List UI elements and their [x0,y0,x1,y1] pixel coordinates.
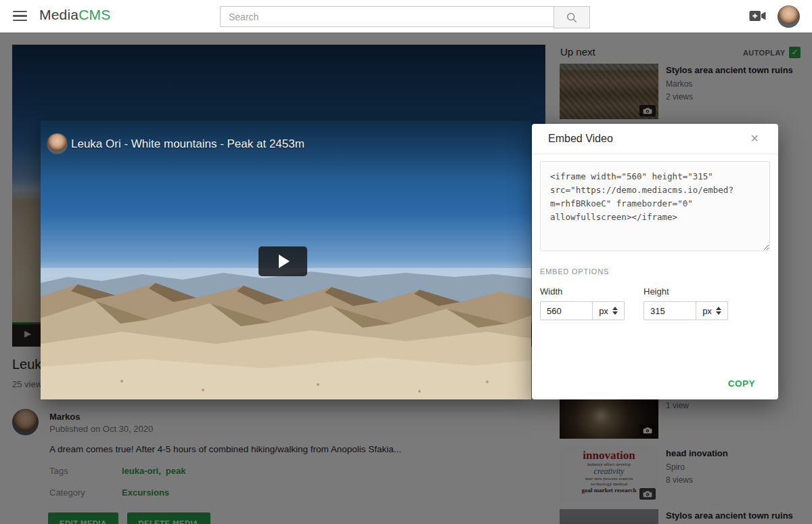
height-unit-value: px [702,306,712,316]
logo[interactable]: MediaCMS [39,7,110,23]
play-icon [279,255,290,268]
width-input[interactable] [540,301,593,320]
upload-media-button[interactable] [749,10,766,24]
dimension-controls: Width px Height px [540,286,770,320]
modal-header: Embed Video ✕ [532,124,778,154]
embed-video-modal: Embed Video ✕ <iframe width="560" height… [532,124,778,399]
logo-media: Media [39,7,78,22]
logo-cms: CMS [78,7,110,22]
play-button[interactable] [258,246,307,276]
search-button[interactable] [554,6,590,28]
menu-icon[interactable] [13,11,27,24]
search-bar [220,6,590,28]
preview-video-title[interactable]: Leuka Ori - White mountains - Peak at 24… [71,137,304,151]
width-unit-select[interactable]: px [592,301,625,320]
embed-code-textarea[interactable]: <iframe width="560" height="315" src="ht… [540,161,770,251]
search-input[interactable] [220,6,554,27]
preview-author-avatar[interactable] [47,133,68,154]
width-unit-value: px [599,306,608,316]
modal-body: <iframe width="560" height="315" src="ht… [532,154,778,320]
height-input[interactable] [644,301,696,320]
mediacms-video-page: MediaCMS ▶ Leuka Ori - White mountains -… [0,0,812,524]
videocam-plus-icon [749,10,766,22]
height-label: Height [644,286,728,297]
height-control: Height px [644,286,728,320]
embed-preview-player[interactable]: Leuka Ori - White mountains - Peak at 24… [41,121,531,399]
close-icon[interactable]: ✕ [746,133,763,145]
top-navbar: MediaCMS [0,0,812,33]
stepper-arrows-icon [716,307,721,315]
modal-title: Embed Video [548,133,613,145]
width-control: Width px [540,286,625,320]
stepper-arrows-icon [612,307,618,315]
copy-button[interactable]: COPY [724,378,759,389]
height-unit-select[interactable]: px [696,301,728,320]
user-avatar[interactable] [777,5,800,28]
width-label: Width [540,286,625,297]
embed-options-label: EMBED OPTIONS [540,267,770,276]
search-icon [566,12,578,24]
